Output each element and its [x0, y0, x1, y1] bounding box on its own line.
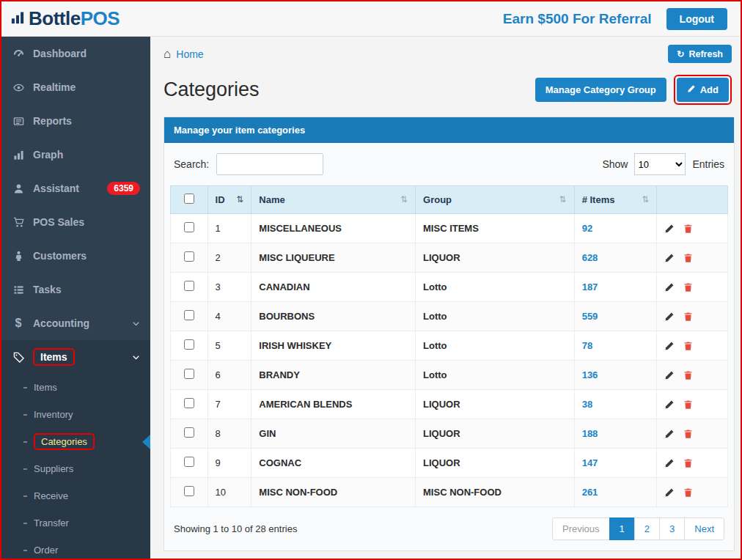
- edit-icon[interactable]: [664, 341, 675, 351]
- cart-icon: [12, 217, 25, 228]
- select-all-checkbox[interactable]: [184, 194, 194, 204]
- page-size-select[interactable]: 10: [634, 153, 686, 175]
- cell-name: CANADIAN: [251, 273, 416, 302]
- brand-logo[interactable]: BottlePOS: [10, 7, 120, 30]
- edit-icon[interactable]: [664, 224, 675, 234]
- item-count-link[interactable]: 136: [582, 369, 598, 380]
- sort-icon[interactable]: ⇅: [642, 194, 649, 205]
- logout-button[interactable]: Logout: [666, 8, 727, 30]
- item-count-link[interactable]: 559: [582, 311, 598, 322]
- sidebar-item-dashboard[interactable]: Dashboard: [1, 37, 150, 70]
- item-count-link[interactable]: 187: [582, 281, 598, 292]
- search-input[interactable]: [216, 153, 323, 175]
- row-checkbox[interactable]: [184, 398, 194, 408]
- sidebar-subitem-transfer[interactable]: Transfer: [1, 509, 150, 537]
- sidebar-subitem-label: Items: [34, 382, 57, 393]
- home-icon: ⌂: [164, 48, 171, 60]
- item-count-link[interactable]: 628: [582, 252, 598, 263]
- row-checkbox[interactable]: [184, 281, 194, 291]
- pagination-previous[interactable]: Previous: [552, 517, 610, 540]
- row-checkbox[interactable]: [184, 339, 194, 350]
- edit-icon[interactable]: [664, 282, 675, 292]
- sidebar-item-tasks[interactable]: Tasks: [1, 273, 150, 306]
- sidebar-subitem-suppliers[interactable]: Suppliers: [1, 455, 150, 482]
- edit-icon[interactable]: [664, 487, 675, 498]
- delete-icon[interactable]: [683, 312, 693, 322]
- row-checkbox[interactable]: [184, 251, 194, 262]
- delete-icon[interactable]: [683, 370, 693, 380]
- sidebar-subitem-receive[interactable]: Receive: [1, 482, 150, 509]
- row-checkbox[interactable]: [184, 310, 194, 320]
- cell-group: LIQUOR: [416, 243, 575, 273]
- table-container: ID⇅ Name⇅ Group⇅ # Items⇅: [164, 185, 734, 507]
- sidebar-subitem-order[interactable]: Order: [1, 537, 150, 559]
- sort-icon[interactable]: ⇅: [236, 194, 243, 205]
- pagination-page-3[interactable]: 3: [659, 517, 685, 540]
- sidebar-item-assistant[interactable]: Assistant 6359: [1, 172, 150, 205]
- item-count-link[interactable]: 261: [582, 487, 598, 498]
- item-count-link[interactable]: 78: [582, 340, 592, 351]
- sidebar-item-items[interactable]: Items: [1, 340, 150, 374]
- header-select-all: [171, 186, 208, 214]
- referral-link[interactable]: Earn $500 For Referral: [503, 11, 652, 27]
- categories-panel: Manage your item categories Search: Show…: [164, 117, 735, 551]
- row-checkbox[interactable]: [184, 486, 194, 496]
- delete-icon[interactable]: [683, 341, 693, 351]
- column-header-group[interactable]: Group⇅: [416, 186, 575, 214]
- top-bar: BottlePOS Earn $500 For Referral Logout: [1, 1, 741, 37]
- breadcrumb[interactable]: ⌂ Home: [164, 48, 204, 60]
- edit-icon[interactable]: [664, 370, 675, 380]
- sidebar-subitem-items[interactable]: Items: [1, 374, 150, 401]
- sidebar-item-label: Realtime: [33, 81, 76, 93]
- refresh-button[interactable]: ↻ Refresh: [668, 45, 732, 63]
- cell-name: COGNAC: [251, 449, 416, 478]
- row-checkbox[interactable]: [184, 222, 194, 232]
- sidebar-item-reports[interactable]: Reports: [1, 104, 150, 138]
- item-count-link[interactable]: 147: [582, 457, 598, 468]
- sort-icon[interactable]: ⇅: [559, 194, 567, 205]
- cell-group: LIQUOR: [416, 449, 575, 478]
- manage-category-group-button[interactable]: Manage Category Group: [535, 78, 666, 102]
- pagination-next[interactable]: Next: [684, 517, 724, 540]
- sidebar-item-realtime[interactable]: Realtime: [1, 70, 150, 104]
- add-button-annotation: Add: [674, 75, 732, 105]
- delete-icon[interactable]: [683, 487, 693, 498]
- delete-icon[interactable]: [683, 224, 693, 234]
- delete-icon[interactable]: [683, 399, 693, 410]
- active-item-indicator: [142, 435, 150, 449]
- pagination-page-1[interactable]: 1: [609, 517, 635, 540]
- edit-icon[interactable]: [664, 458, 675, 468]
- sidebar-item-accounting[interactable]: $ Accounting: [1, 306, 150, 340]
- column-header-id[interactable]: ID⇅: [207, 186, 251, 214]
- pagination-page-2[interactable]: 2: [634, 517, 660, 540]
- add-button[interactable]: Add: [677, 78, 729, 102]
- edit-icon[interactable]: [664, 312, 675, 322]
- delete-icon[interactable]: [683, 458, 693, 468]
- sidebar-item-customers[interactable]: Customers: [1, 239, 150, 273]
- sidebar-item-graph[interactable]: Graph: [1, 138, 150, 172]
- delete-icon[interactable]: [683, 253, 693, 263]
- delete-icon[interactable]: [683, 429, 693, 439]
- sidebar-subitem-inventory[interactable]: Inventory: [1, 401, 150, 428]
- edit-icon[interactable]: [664, 399, 675, 410]
- row-checkbox[interactable]: [184, 369, 194, 379]
- table-row: 5 IRISH WHISKEY Lotto 78: [171, 331, 728, 361]
- sidebar-subitem-categories[interactable]: Categories: [1, 428, 150, 455]
- delete-icon[interactable]: [683, 282, 693, 292]
- edit-icon[interactable]: [664, 429, 675, 439]
- breadcrumb-bar: ⌂ Home ↻ Refresh: [150, 37, 741, 67]
- sidebar-subitem-label: Transfer: [34, 517, 69, 528]
- sidebar-item-pos-sales[interactable]: POS Sales: [1, 205, 150, 239]
- row-checkbox[interactable]: [184, 427, 194, 438]
- column-header-name[interactable]: Name⇅: [251, 186, 416, 214]
- sort-icon[interactable]: ⇅: [400, 194, 408, 205]
- panel-title: Manage your item categories: [164, 117, 734, 143]
- row-checkbox[interactable]: [184, 457, 194, 467]
- item-count-link[interactable]: 92: [582, 223, 592, 234]
- item-count-link[interactable]: 38: [582, 399, 592, 410]
- item-count-link[interactable]: 188: [582, 428, 598, 439]
- assistant-count-badge: 6359: [107, 182, 140, 195]
- column-header-items[interactable]: # Items⇅: [574, 186, 657, 214]
- cell-id: 3: [207, 273, 251, 302]
- edit-icon[interactable]: [664, 253, 675, 263]
